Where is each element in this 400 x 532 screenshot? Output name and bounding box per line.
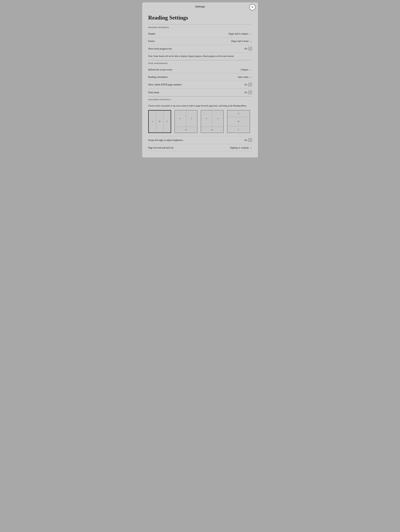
progress-bar-label: Show book progress bar: xyxy=(148,47,172,50)
layout-4-top: < xyxy=(227,110,250,117)
orientation-dropdown[interactable]: Auto rotate ⌄ xyxy=(238,76,252,78)
layout-4-mid: ≡ xyxy=(227,117,250,126)
layout-2-back-icon: < xyxy=(180,117,181,120)
orientation-label: Reading orientation: xyxy=(148,76,168,78)
layout-option-3[interactable]: > < ≡ xyxy=(201,110,224,133)
layout-3-forward-icon: > xyxy=(206,117,207,120)
layout-4-back-icon: < xyxy=(238,112,239,115)
refresh-label: Refresh the screen every: xyxy=(148,68,173,71)
header-setting-label: Header: xyxy=(148,32,156,35)
progress-bar-checkbox-row: On xyxy=(244,47,252,50)
layout-options: < ≡ > < xyxy=(148,110,252,136)
layout-2-forward-icon: > xyxy=(191,117,192,120)
controls-description: Choose where you prefer to tap your scre… xyxy=(148,102,252,110)
layout-1-back-icon: < xyxy=(151,120,153,123)
layout-1-menu-icon: ≡ xyxy=(159,120,160,123)
header-setting-value: Pages left in chapter xyxy=(228,32,249,35)
page-forward-chevron-icon: ⌄ xyxy=(250,146,252,149)
adobe-checkbox[interactable] xyxy=(249,83,252,86)
refresh-dropdown[interactable]: Chapter ⌄ xyxy=(241,68,252,71)
page-forward-label: Page forward and back by: xyxy=(148,146,174,149)
layout-option-4[interactable]: < ≡ > xyxy=(227,110,250,133)
progress-bar-checkbox[interactable] xyxy=(249,47,252,50)
layout-3-top: > < xyxy=(201,110,223,127)
adobe-label: Show Adobe EPUB page numbers: xyxy=(148,83,182,86)
page-title: Reading Settings xyxy=(148,14,252,21)
layout-2-right-col: > xyxy=(186,110,197,127)
footer-setting-row: Footer: Pages left in book ⌄ xyxy=(148,38,252,45)
layout-1-center-col: ≡ xyxy=(156,111,163,133)
dark-mode-label: Dark mode: xyxy=(148,91,160,94)
layout-2-top: < > xyxy=(175,110,197,127)
dark-mode-setting-row: Dark mode: On xyxy=(148,89,252,96)
adobe-setting-row: Show Adobe EPUB page numbers: On xyxy=(148,81,252,89)
layout-3-menu-icon: ≡ xyxy=(211,128,213,131)
footer-chevron-icon: ⌄ xyxy=(250,40,252,43)
orientation-chevron-icon: ⌄ xyxy=(250,76,252,78)
orientation-value: Auto rotate xyxy=(238,76,249,78)
page-forward-value: Tapping or swiping xyxy=(230,146,249,149)
layout-2-menu-icon: ≡ xyxy=(185,128,187,131)
footer-setting-label: Footer: xyxy=(148,40,155,43)
refresh-value: Chapter xyxy=(241,68,249,71)
layout-2-wrapper: < > ≡ xyxy=(175,110,197,133)
close-button[interactable]: ✕ xyxy=(249,4,256,10)
progress-bar-setting-row: Show book progress bar: On xyxy=(148,45,252,53)
swipe-checkbox-row: On xyxy=(244,138,252,142)
refresh-chevron-icon: ⌄ xyxy=(250,68,252,71)
layout-option-2[interactable]: < > ≡ xyxy=(174,110,197,133)
layout-4-bottom: > xyxy=(227,126,250,133)
onscreen-controls-section: ONSCREEN CONTROLS Choose where you prefe… xyxy=(148,96,252,151)
page-forward-dropdown[interactable]: Tapping or swiping ⌄ xyxy=(230,146,252,149)
header-setting-row: Header: Pages left in chapter ⌄ xyxy=(148,30,252,38)
dark-mode-state: On xyxy=(244,91,247,94)
swipe-setting-row: Swipe left edge to adjust brightness: On xyxy=(148,136,252,144)
modal-title: Settings xyxy=(195,5,205,8)
orientation-setting-row: Reading orientation: Auto rotate ⌄ xyxy=(148,73,252,81)
adobe-checkbox-row: On xyxy=(244,83,252,86)
page-appearance-section: PAGE APPEARANCE Refresh the screen every… xyxy=(148,60,252,96)
layout-3-wrapper: > < ≡ xyxy=(201,110,223,133)
footer-setting-value: Pages left in book xyxy=(231,40,249,43)
onscreen-controls-header: ONSCREEN CONTROLS xyxy=(148,96,252,102)
layout-3-left-col: > xyxy=(201,110,212,127)
dark-mode-checkbox[interactable] xyxy=(249,91,252,94)
page-appearance-header: PAGE APPEARANCE xyxy=(148,60,252,66)
header-setting-dropdown[interactable]: Pages left in chapter ⌄ xyxy=(228,32,252,35)
page-forward-setting-row: Page forward and back by: Tapping or swi… xyxy=(148,144,252,151)
dark-mode-checkbox-row: On xyxy=(244,91,252,94)
layout-1-left-col: < xyxy=(149,111,156,133)
layout-2-left-col: < xyxy=(175,110,186,127)
swipe-checkbox[interactable] xyxy=(249,138,252,142)
layout-3-bottom: ≡ xyxy=(201,127,223,133)
layout-1-right-col: > xyxy=(163,111,171,133)
layout-4-wrapper: < ≡ > xyxy=(227,110,250,133)
layout-4-forward-icon: > xyxy=(238,128,239,131)
layout-1-forward-icon: > xyxy=(166,120,168,123)
progress-note: Note: Some books will not be able to dis… xyxy=(148,53,252,60)
settings-modal: Settings ✕ Reading Settings READING PROG… xyxy=(142,2,258,158)
refresh-setting-row: Refresh the screen every: Chapter ⌄ xyxy=(148,66,252,73)
progress-bar-state: On xyxy=(244,47,247,50)
layout-4-menu-icon: ≡ xyxy=(238,120,239,123)
layout-3-right-col: < xyxy=(212,110,223,127)
reading-progress-section: READING PROGRESS Header: Pages left in c… xyxy=(148,24,252,60)
modal-body: Reading Settings READING PROGRESS Header… xyxy=(142,11,258,158)
layout-2-bottom: ≡ xyxy=(175,127,197,133)
modal-header: Settings ✕ xyxy=(142,2,258,11)
adobe-state: On xyxy=(244,83,247,86)
header-chevron-icon: ⌄ xyxy=(250,32,252,35)
footer-setting-dropdown[interactable]: Pages left in book ⌄ xyxy=(231,40,252,43)
swipe-state: On xyxy=(244,139,247,141)
swipe-label: Swipe left edge to adjust brightness: xyxy=(148,139,183,141)
layout-3-back-icon: < xyxy=(217,117,219,120)
reading-progress-header: READING PROGRESS xyxy=(148,24,252,30)
layout-option-1[interactable]: < ≡ > xyxy=(148,110,171,133)
